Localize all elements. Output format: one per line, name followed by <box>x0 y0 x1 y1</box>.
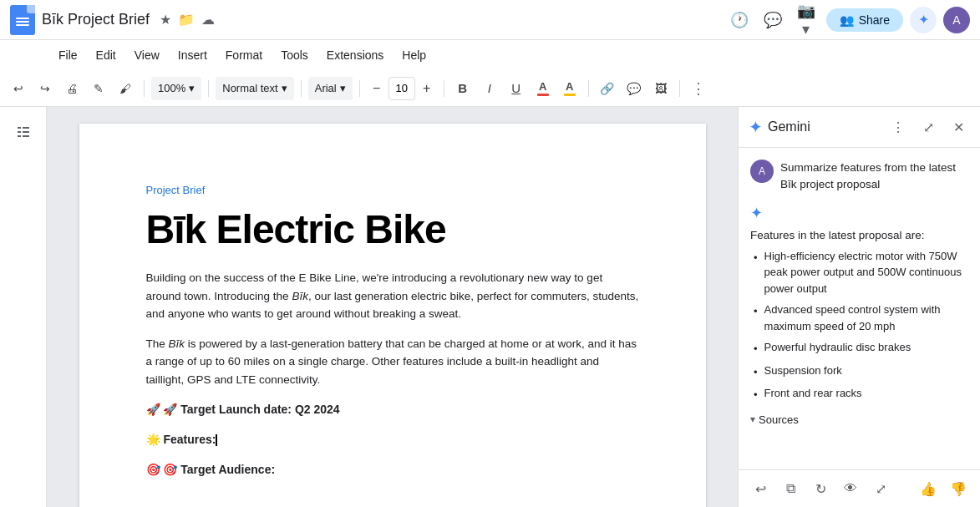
bullet-3: • <box>754 341 758 357</box>
divider-4 <box>359 80 360 97</box>
paragraph-2: The Bīk is powered by a last-generation … <box>146 335 639 389</box>
paint-format-button[interactable]: 🖌 <box>114 77 137 100</box>
title-icon-group: ★ 📁 ☁ <box>160 12 215 28</box>
gemini-expand-button[interactable]: ⤢ <box>917 115 940 139</box>
top-right-actions: 🕐 💬 📷 ▾ 👥 Share ✦ A <box>726 7 970 33</box>
gemini-panel: ✦ Gemini ⋮ ⤢ ✕ A Summarize features from… <box>738 107 980 507</box>
thumbs-down-button[interactable]: 👎 <box>947 477 970 500</box>
cloud-icon[interactable]: ☁ <box>201 12 215 28</box>
style-dropdown[interactable]: Normal text ▾ <box>216 77 293 100</box>
text-color-button[interactable]: A <box>531 77 555 100</box>
italic-button[interactable]: I <box>478 77 501 100</box>
increase-font-button[interactable]: + <box>417 79 437 99</box>
menu-bar: File Edit View Insert Format Tools Exten… <box>0 40 980 70</box>
bold-button[interactable]: B <box>451 77 475 100</box>
zoom-chevron: ▾ <box>189 82 195 94</box>
menu-file[interactable]: File <box>50 45 86 65</box>
divider-3 <box>301 80 302 97</box>
history-button[interactable]: 🕐 <box>726 7 753 33</box>
response-list: • High-efficiency electric motor with 75… <box>750 248 968 403</box>
target-emoji: 🎯 <box>146 463 160 476</box>
spellcheck-button[interactable]: ✎ <box>87 77 110 100</box>
divider-2 <box>208 80 209 97</box>
more-options-button[interactable]: ⋮ <box>687 77 710 100</box>
comment-button[interactable]: 💬 <box>622 77 646 100</box>
menu-help[interactable]: Help <box>394 45 434 65</box>
sources-label: Sources <box>759 413 799 426</box>
google-docs-icon <box>10 5 35 35</box>
document-title-heading: Bīk Electric Bike <box>146 206 639 252</box>
list-item: • Suspension fork <box>754 363 968 381</box>
divider-5 <box>444 80 444 97</box>
menu-insert[interactable]: Insert <box>170 45 216 65</box>
bullet-5: • <box>754 387 758 403</box>
document-title: Bīk Project Brief <box>42 11 150 28</box>
menu-extensions[interactable]: Extensions <box>318 45 392 65</box>
gemini-button[interactable]: ✦ <box>910 7 937 33</box>
project-brief-label: Project Brief <box>146 184 639 196</box>
font-size-display[interactable]: 10 <box>388 77 415 100</box>
meet-button[interactable]: 📷 ▾ <box>793 7 820 33</box>
menu-format[interactable]: Format <box>217 45 271 65</box>
svg-rect-1 <box>18 131 21 133</box>
menu-edit[interactable]: Edit <box>88 45 124 65</box>
svg-rect-4 <box>23 131 29 133</box>
image-button[interactable]: 🖼 <box>649 77 673 100</box>
thumbs-up-button[interactable]: 👍 <box>917 477 940 500</box>
bullet-2: • <box>754 303 758 320</box>
outline-icon[interactable] <box>8 117 38 147</box>
refresh-button[interactable]: ↻ <box>809 477 832 500</box>
list-item: • Powerful hydraulic disc brakes <box>754 339 968 357</box>
menu-tools[interactable]: Tools <box>272 45 317 65</box>
svg-rect-3 <box>23 127 29 129</box>
zoom-dropdown[interactable]: 100% ▾ <box>151 77 201 100</box>
more-footer-button[interactable]: ⤢ <box>869 477 892 500</box>
view-button[interactable]: 👁 <box>839 477 862 500</box>
divider-7 <box>679 80 680 97</box>
footer-right-actions: 👍 👎 <box>917 477 970 500</box>
style-chevron: ▾ <box>282 82 287 94</box>
people-icon: 👥 <box>840 13 854 27</box>
list-item: • Advanced speed control system with max… <box>754 302 968 334</box>
target-label: 🎯 Target Audience: <box>163 463 275 476</box>
back-button[interactable]: ↩ <box>749 477 772 500</box>
undo-button[interactable]: ↩ <box>7 77 30 100</box>
avatar[interactable]: A <box>943 7 970 33</box>
zoom-value: 100% <box>158 82 185 94</box>
gemini-close-button[interactable]: ✕ <box>947 115 970 139</box>
share-button[interactable]: 👥 Share <box>826 8 903 32</box>
folder-icon[interactable]: 📁 <box>178 12 195 28</box>
redo-button[interactable]: ↪ <box>33 77 57 100</box>
launch-emoji: 🚀 <box>146 403 160 416</box>
font-label: Arial <box>315 82 337 94</box>
toolbar: ↩ ↪ 🖨 ✎ 🖌 100% ▾ Normal text ▾ Arial ▾ −… <box>0 70 980 107</box>
menu-view[interactable]: View <box>126 45 168 65</box>
list-item: • Front and rear racks <box>754 385 968 403</box>
decrease-font-button[interactable]: − <box>367 79 387 99</box>
gemini-more-button[interactable]: ⋮ <box>886 115 910 139</box>
bullet-1: • <box>754 250 758 266</box>
sources-row[interactable]: ▾ Sources <box>750 410 968 429</box>
highlight-button[interactable]: A <box>558 77 581 100</box>
print-button[interactable]: 🖨 <box>60 77 84 100</box>
font-chevron: ▾ <box>340 82 346 94</box>
underline-button[interactable]: U <box>505 77 528 100</box>
link-button[interactable]: 🔗 <box>596 77 619 100</box>
copy-button[interactable]: ⧉ <box>779 477 802 500</box>
left-sidebar <box>0 107 47 507</box>
gemini-star-icon: ✦ <box>918 12 929 28</box>
text-cursor <box>216 434 217 446</box>
gemini-title: Gemini <box>768 119 810 134</box>
comments-button[interactable]: 💬 <box>759 7 786 33</box>
sources-chevron-icon: ▾ <box>750 413 755 425</box>
font-dropdown[interactable]: Arial ▾ <box>308 77 353 100</box>
svg-rect-2 <box>18 135 21 137</box>
features-emoji: 🌟 <box>146 433 160 446</box>
share-label: Share <box>859 13 890 27</box>
gemini-footer: ↩ ⧉ ↻ 👁 ⤢ 👍 👎 <box>739 469 980 507</box>
star-icon[interactable]: ★ <box>160 12 171 28</box>
gemini-logo: ✦ Gemini <box>749 117 880 137</box>
footer-left-actions: ↩ ⧉ ↻ 👁 ⤢ <box>749 477 892 500</box>
gemini-response: ✦ Features in the latest proposal are: •… <box>750 204 968 429</box>
feature-4: Suspension fork <box>764 363 842 379</box>
